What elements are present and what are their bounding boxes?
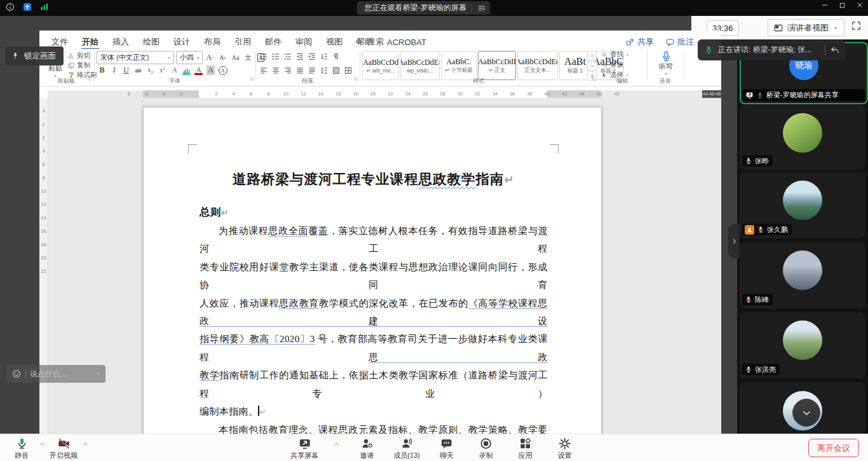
maximize-icon[interactable] (838, 1, 846, 10)
vertical-ruler[interactable]: 42246810121416182022 (39, 98, 48, 434)
subscript-button[interactable]: x2 (145, 65, 156, 76)
ribbon-tab[interactable]: 绘图 (136, 35, 166, 49)
dialog-launcher[interactable] (249, 73, 255, 85)
lock-screen-button[interactable]: 锁定画面 (5, 46, 64, 65)
sidebar-collapse-handle[interactable] (728, 224, 740, 258)
ribbon-tab[interactable]: 审阅 (288, 35, 319, 49)
dialog-launcher[interactable] (591, 73, 597, 85)
share-document-button[interactable]: 共享 (625, 36, 654, 48)
document-page[interactable]: 道路桥梁与渡河工程专业课程思政教学指南↵总则↵为推动课程思政全面覆盖，落实立德树… (143, 107, 602, 434)
style-item[interactable]: AaBbCcDdEewp_visitc... (400, 51, 440, 80)
ruler-number: 20 (370, 91, 376, 97)
share-screen-options-chevron[interactable] (332, 440, 340, 448)
ribbon-tab[interactable]: ACROBAT (380, 35, 433, 49)
ribbon-tab[interactable]: 邮件 (258, 35, 288, 49)
show-marks-button[interactable] (330, 51, 341, 62)
participants-scroll-down-button[interactable] (792, 399, 820, 427)
font-color-button[interactable]: A (193, 65, 204, 76)
multilevel-list-button[interactable] (282, 51, 293, 62)
toolbar-mic-on-button[interactable]: 静音 (9, 436, 34, 460)
justify-button[interactable] (294, 65, 305, 76)
borders-button[interactable] (342, 65, 353, 76)
sort-button[interactable] (318, 51, 329, 62)
bold-button[interactable]: B (97, 65, 107, 76)
back-to-share-icon[interactable] (830, 45, 840, 55)
text-effects-button[interactable]: A (169, 65, 180, 76)
view-mode-button[interactable]: 演讲者视图 (768, 19, 844, 36)
font-name-select[interactable]: 宋体 (中文正文) (97, 51, 174, 64)
ribbon-tab[interactable]: 设计 (166, 35, 197, 49)
underline-button[interactable]: U (121, 65, 132, 76)
shading-button[interactable] (330, 65, 341, 76)
style-item[interactable]: AaBbCcDdI↵ 正文 (478, 51, 516, 80)
shrink-font-button[interactable]: Av (217, 52, 228, 63)
style-item[interactable]: AaBbCcDd↵ arti_me... (362, 51, 399, 80)
chat-input[interactable]: 说点什么... (30, 369, 90, 380)
font-size-select[interactable]: 小四 (176, 51, 203, 64)
strikethrough-button[interactable]: ab (133, 65, 144, 76)
toolbar-record-button[interactable]: 录制 (473, 436, 499, 460)
horizontal-ruler[interactable]: 8642246810121416182022242628303234363840… (48, 90, 721, 98)
find-button[interactable]: 查找 (601, 50, 630, 59)
toolbar-invite-button[interactable]: 邀请 (354, 436, 379, 460)
style-item[interactable]: AaBt标题 1 (559, 51, 591, 80)
toolbar-camera-off-button[interactable]: 开启视频 (50, 436, 78, 460)
styles-scroll-down[interactable] (587, 61, 597, 71)
superscript-button[interactable]: x2 (157, 65, 168, 76)
bullets-button[interactable] (258, 51, 269, 62)
ribbon-search[interactable]: 搜索 (355, 36, 384, 48)
ribbon-tab[interactable]: 视图 (319, 35, 349, 49)
align-right-button[interactable] (282, 65, 293, 76)
ribbon-tab[interactable]: 插入 (105, 35, 136, 49)
indent-decrease-button[interactable] (294, 51, 305, 62)
char-shading-button[interactable]: A (205, 65, 216, 76)
clipboard-item-copy[interactable]: 复制 (67, 61, 97, 70)
camera-off-options-chevron[interactable] (81, 440, 89, 448)
dialog-launcher[interactable] (86, 73, 92, 85)
chevron-left-icon[interactable] (94, 370, 102, 378)
fullscreen-icon[interactable] (851, 20, 862, 31)
dialog-launcher[interactable] (353, 73, 359, 85)
info-icon[interactable] (5, 2, 15, 12)
grow-font-button[interactable]: A^ (205, 52, 215, 63)
align-center-button[interactable] (270, 65, 281, 76)
style-item[interactable]: AaBbC.↵ 小节标题 (441, 51, 477, 80)
change-case-button[interactable]: Aa (230, 52, 241, 63)
toolbar-apps-button[interactable]: 应用 (513, 436, 538, 460)
line-spacing-button[interactable] (318, 65, 329, 76)
phonetic-guide-button[interactable]: 文 (243, 52, 254, 63)
highlight-button[interactable]: ab (181, 65, 192, 76)
enclose-button[interactable]: A (217, 65, 228, 76)
styles-scroll-up[interactable] (587, 51, 597, 60)
ribbon-tab[interactable]: 引用 (227, 35, 258, 49)
participant-tile[interactable]: 张晔 (740, 105, 865, 170)
participant-tile[interactable]: 张久鹏 (740, 172, 865, 238)
dictate-icon (660, 50, 672, 62)
numbering-button[interactable] (270, 51, 281, 62)
leave-meeting-button[interactable]: 离开会议 (808, 439, 859, 457)
banner-menu-icon[interactable] (477, 4, 486, 13)
style-item[interactable]: AaBbCcDdEe正文文本... (517, 51, 558, 80)
indent-increase-button[interactable] (306, 51, 317, 62)
dictate-button[interactable]: 听写 (651, 50, 681, 76)
participant-tile[interactable]: 陈峰 (740, 242, 865, 308)
clipboard-item-cut[interactable]: 剪切 (67, 52, 97, 60)
meeting-app-icon[interactable] (22, 2, 32, 12)
comments-button[interactable]: 批注 (665, 36, 694, 48)
align-left-button[interactable] (258, 65, 269, 76)
ribbon-tab[interactable]: 开始 (75, 35, 105, 49)
italic-button[interactable]: I (109, 65, 119, 76)
toolbar-settings-button[interactable]: 设置 (552, 436, 578, 460)
close-icon[interactable] (855, 1, 864, 10)
toolbar-chat-button[interactable]: 聊天 (434, 436, 459, 460)
ribbon-tab[interactable]: 布局 (197, 35, 227, 49)
participant-tile[interactable]: 张洪亮 (740, 312, 865, 378)
replace-button[interactable]: 替换 (601, 60, 630, 69)
toolbar-members-button[interactable]: 成员(13) (393, 436, 420, 460)
toolbar-share-screen-button[interactable]: 共享屏幕 (290, 436, 318, 460)
distribute-button[interactable] (306, 65, 317, 76)
mic-on-options-chevron[interactable] (38, 440, 46, 448)
minimize-icon[interactable] (820, 1, 829, 10)
emoji-icon[interactable] (11, 369, 22, 379)
network-signal-icon[interactable] (39, 2, 50, 12)
